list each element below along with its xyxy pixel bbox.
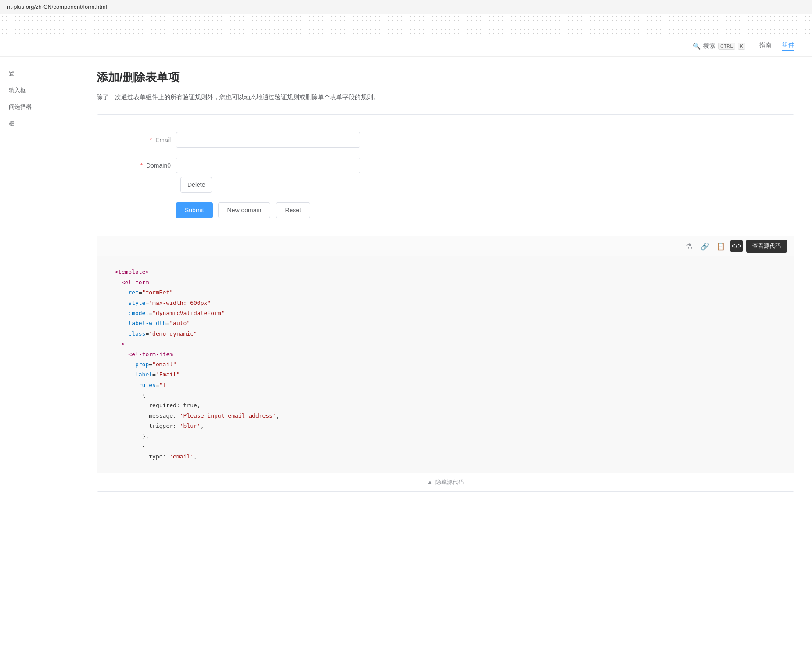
delete-button[interactable]: Delete: [180, 177, 212, 193]
code-toolbar: ⚗ 🔗 📋 </> 查看源代码: [97, 236, 794, 256]
copy-icon[interactable]: 📋: [715, 240, 727, 252]
page-title: 添加/删除表单项: [97, 70, 794, 85]
reset-button[interactable]: Reset: [276, 202, 310, 218]
submit-button[interactable]: Submit: [176, 202, 213, 218]
sidebar-item-0[interactable]: 置: [0, 65, 79, 82]
new-domain-button[interactable]: New domain: [218, 202, 271, 218]
domain-input[interactable]: [176, 158, 360, 173]
code-line-10: label="Email": [115, 369, 776, 379]
hide-source-label: 隐藏源代码: [435, 478, 464, 486]
nav-link-components[interactable]: 组件: [782, 41, 794, 51]
code-line-4: :model="dynamicValidateForm": [115, 308, 776, 318]
code-line-16: },: [115, 431, 776, 441]
sidebar: 置 输入框 间选择器 框: [0, 57, 79, 648]
header-links: 指南 组件: [759, 41, 794, 51]
code-line-1: <el-form: [115, 277, 776, 287]
code-icon[interactable]: </>: [730, 240, 743, 252]
code-line-6: class="demo-dynamic": [115, 329, 776, 339]
code-block: <template> <el-form ref="formRef" style=…: [97, 256, 794, 472]
email-input[interactable]: [176, 132, 360, 148]
chevron-up-icon: ▲: [427, 479, 433, 485]
search-bar[interactable]: 🔍 搜索 CTRL K: [693, 42, 745, 50]
search-label: 搜索: [703, 42, 715, 50]
beaker-icon[interactable]: ⚗: [683, 240, 695, 252]
email-required-star: *: [150, 136, 152, 143]
search-kbd-k: K: [738, 43, 745, 50]
page-description: 除了一次通过表单组件上的所有验证规则外，您也可以动态地通过验证规则或删除单个表单…: [97, 92, 794, 102]
view-source-button[interactable]: 查看源代码: [746, 240, 787, 253]
nav-link-guide[interactable]: 指南: [759, 41, 772, 51]
code-line-9: prop="email": [115, 359, 776, 369]
header-nav: 🔍 搜索 CTRL K 指南 组件: [0, 36, 812, 57]
code-line-2: ref="formRef": [115, 287, 776, 297]
dotted-pattern: [0, 14, 812, 36]
main-content: 添加/删除表单项 除了一次通过表单组件上的所有验证规则外，您也可以动态地通过验证…: [79, 57, 812, 648]
form-area: * Email * Domain0 Delete: [97, 115, 794, 236]
code-line-11: :rules="[: [115, 380, 776, 390]
demo-container: * Email * Domain0 Delete: [97, 114, 794, 491]
code-line-14: message: 'Please input email address',: [115, 411, 776, 421]
email-label: * Email: [123, 136, 176, 143]
form-actions: Submit New domain Reset: [176, 202, 768, 218]
sidebar-item-3[interactable]: 框: [0, 115, 79, 132]
search-kbd-ctrl: CTRL: [718, 43, 735, 50]
domain-group: * Domain0 Delete: [123, 158, 768, 193]
link-icon[interactable]: 🔗: [699, 240, 711, 252]
sidebar-item-2[interactable]: 间选择器: [0, 99, 79, 115]
code-line-7: >: [115, 339, 776, 349]
code-line-3: style="max-width: 600px": [115, 298, 776, 308]
code-line-0: <template>: [115, 267, 776, 277]
url-text: nt-plus.org/zh-CN/component/form.html: [7, 4, 107, 10]
code-line-18: type: 'email',: [115, 451, 776, 462]
code-line-13: required: true,: [115, 400, 776, 410]
domain-label: * Domain0: [123, 162, 176, 169]
email-form-item: * Email: [123, 132, 768, 148]
search-icon: 🔍: [693, 43, 701, 50]
code-line-8: <el-form-item: [115, 349, 776, 359]
url-bar: nt-plus.org/zh-CN/component/form.html: [0, 0, 812, 14]
domain-row: * Domain0: [123, 158, 768, 173]
hide-source-row[interactable]: ▲ 隐藏源代码: [97, 473, 794, 491]
code-line-12: {: [115, 390, 776, 400]
sidebar-item-1[interactable]: 输入框: [0, 82, 79, 99]
main-layout: 置 输入框 间选择器 框 添加/删除表单项 除了一次通过表单组件上的所有验证规则…: [0, 57, 812, 648]
code-line-17: {: [115, 441, 776, 451]
domain-required-star: *: [140, 162, 143, 169]
code-line-5: label-width="auto": [115, 318, 776, 328]
code-line-15: trigger: 'blur',: [115, 421, 776, 431]
